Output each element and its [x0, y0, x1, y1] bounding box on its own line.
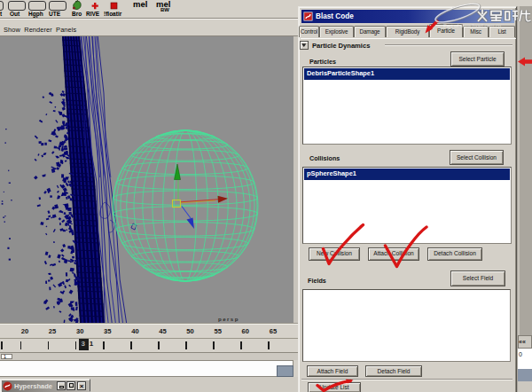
svg-text:Part of www.hxsd.com.cn: Part of www.hxsd.com.cn [443, 23, 501, 28]
